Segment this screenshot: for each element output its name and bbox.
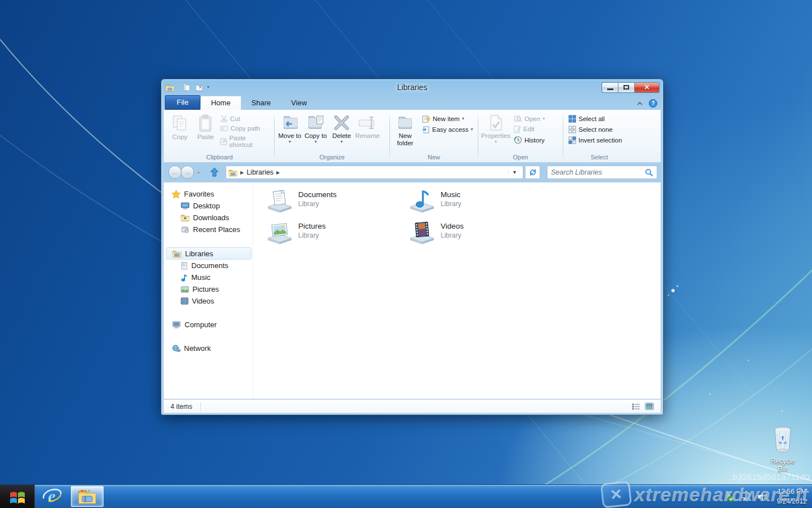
open-button[interactable]: Open ▾ xyxy=(512,114,546,123)
refresh-button[interactable] xyxy=(526,166,540,179)
delete-button[interactable]: Delete ▾ xyxy=(329,113,355,146)
folder-content-view[interactable]: Documents Library Music Library xyxy=(253,182,661,399)
paste-button[interactable]: Paste xyxy=(192,113,218,142)
search-input[interactable] xyxy=(551,168,645,176)
new-item-button[interactable]: New item ▾ xyxy=(420,114,475,123)
breadcrumb-arrow-icon-2[interactable]: ▶ xyxy=(276,170,280,175)
copy-button[interactable]: Copy xyxy=(167,113,192,142)
up-button[interactable] xyxy=(210,167,219,177)
easy-access-button[interactable]: Easy access ▾ xyxy=(420,125,475,134)
refresh-icon xyxy=(529,168,537,176)
rename-button[interactable]: Rename xyxy=(355,113,380,141)
paste-shortcut-button[interactable]: Paste shortcut xyxy=(218,134,272,149)
breadcrumb-location[interactable]: Libraries xyxy=(246,168,273,176)
ribbon-tab-row: File Home Share View ? xyxy=(161,95,663,110)
close-button[interactable]: ✕ xyxy=(634,82,660,93)
status-bar: 4 items xyxy=(163,399,661,413)
pictures-icon xyxy=(181,286,189,293)
open-dropdown-icon: ▾ xyxy=(542,117,545,121)
tile-sublabel: Library xyxy=(441,200,461,208)
group-label-open: Open xyxy=(481,153,560,162)
videos-library-icon xyxy=(409,221,435,246)
view-toggles xyxy=(632,403,654,410)
library-tile-videos[interactable]: Videos Library xyxy=(409,221,544,248)
back-button[interactable]: ← xyxy=(168,166,182,179)
search-box[interactable] xyxy=(547,166,657,179)
minimize-button[interactable] xyxy=(602,82,618,93)
sidebar-item-network[interactable]: Network xyxy=(164,342,253,354)
collapse-ribbon-icon[interactable] xyxy=(636,101,643,106)
group-label-clipboard: Clipboard xyxy=(167,153,272,162)
tile-name: Music xyxy=(441,190,461,199)
sidebar-item-pictures[interactable]: Pictures xyxy=(164,283,253,295)
address-bar-row: ← → ▾ ▶ Libraries ▶ ▼ xyxy=(161,163,663,182)
help-icon[interactable]: ? xyxy=(649,99,657,108)
group-separator xyxy=(478,113,478,161)
copy-path-button[interactable]: Copy path xyxy=(218,124,272,132)
address-dropdown-icon[interactable]: ▼ xyxy=(508,170,521,175)
taskbar-item-internet-explorer[interactable]: e xyxy=(35,485,70,508)
cut-button[interactable]: Cut xyxy=(218,114,272,123)
tree-gap xyxy=(164,307,253,319)
sidebar-item-documents[interactable]: Documents xyxy=(164,260,253,271)
cut-icon xyxy=(220,115,228,122)
title-bar[interactable]: ▾ Libraries ✕ xyxy=(161,79,663,95)
invert-selection-icon xyxy=(568,136,576,144)
sidebar-item-desktop[interactable]: Desktop xyxy=(164,200,253,212)
computer-icon xyxy=(172,321,181,329)
tab-share[interactable]: Share xyxy=(241,96,281,110)
action-center-usb-icon[interactable] xyxy=(724,491,735,502)
paste-icon xyxy=(198,114,213,132)
breadcrumb-arrow-icon[interactable]: ▶ xyxy=(240,170,244,175)
sidebar-item-recent-places[interactable]: Recent Places xyxy=(164,224,253,235)
start-button[interactable] xyxy=(0,485,35,508)
copy-path-icon xyxy=(220,125,228,132)
move-to-button[interactable]: Move to ▾ xyxy=(277,113,303,146)
sidebar-item-downloads[interactable]: Downloads xyxy=(164,212,253,224)
tree-gap xyxy=(164,235,253,247)
tab-home[interactable]: Home xyxy=(200,96,241,110)
properties-button[interactable]: Properties ▾ xyxy=(481,113,511,146)
history-button[interactable]: History xyxy=(512,135,546,145)
network-tray-icon[interactable] xyxy=(740,492,752,502)
select-none-button[interactable]: Select none xyxy=(567,125,623,134)
easy-access-icon xyxy=(422,126,430,133)
recycle-bin-desktop-icon[interactable]: Recycle Bin xyxy=(766,426,799,473)
library-tile-documents[interactable]: Documents Library xyxy=(267,189,402,216)
sidebar-item-music[interactable]: Music xyxy=(164,271,253,283)
address-breadcrumb[interactable]: ▶ Libraries ▶ ▼ xyxy=(226,166,523,179)
details-view-button[interactable] xyxy=(632,403,640,410)
invert-selection-button[interactable]: Invert selection xyxy=(567,136,623,145)
copy-to-dropdown-icon: ▾ xyxy=(315,140,317,144)
group-separator xyxy=(389,113,390,161)
pictures-library-icon xyxy=(267,221,293,246)
network-icon xyxy=(172,345,181,353)
tab-view[interactable]: View xyxy=(281,96,317,110)
easy-access-dropdown-icon: ▾ xyxy=(471,127,473,132)
recent-locations-dropdown-icon[interactable]: ▾ xyxy=(198,170,200,175)
sidebar-item-libraries[interactable]: Libraries xyxy=(166,247,252,260)
search-icon[interactable] xyxy=(645,168,653,177)
maximize-button[interactable] xyxy=(618,82,634,93)
library-tile-pictures[interactable]: Pictures Library xyxy=(267,221,402,248)
minimize-icon xyxy=(607,88,613,90)
clock-date: 9/24/2011 xyxy=(777,497,807,506)
select-none-icon xyxy=(568,126,576,133)
sidebar-item-favorites[interactable]: Favorites xyxy=(164,188,253,200)
new-folder-button[interactable]: New folder xyxy=(392,113,418,149)
thumbnail-view-button[interactable] xyxy=(645,403,654,410)
library-tile-music[interactable]: Music Library xyxy=(409,189,544,216)
tab-file[interactable]: File xyxy=(165,95,200,110)
select-all-button[interactable]: Select all xyxy=(567,114,623,123)
tile-sublabel: Library xyxy=(441,231,464,239)
forward-button[interactable]: → xyxy=(181,166,194,179)
edit-icon xyxy=(514,125,521,133)
sidebar-item-videos[interactable]: Videos xyxy=(164,295,253,307)
sidebar-item-computer[interactable]: Computer xyxy=(164,319,253,331)
taskbar-item-explorer[interactable] xyxy=(71,486,104,507)
taskbar-clock[interactable]: 12:56 PM 9/24/2011 xyxy=(774,487,807,505)
tile-sublabel: Library xyxy=(298,231,326,239)
copy-to-button[interactable]: Copy to ▾ xyxy=(303,113,329,146)
edit-button[interactable]: Edit xyxy=(512,124,546,133)
volume-tray-icon[interactable] xyxy=(757,492,769,502)
